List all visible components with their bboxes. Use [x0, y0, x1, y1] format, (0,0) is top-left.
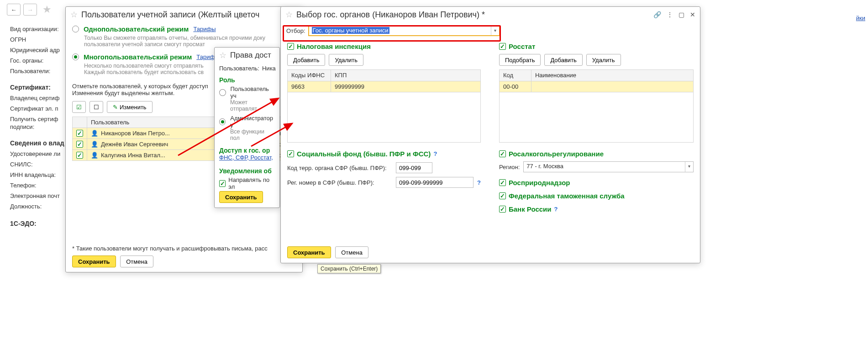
label: Должность: [10, 203, 64, 210]
radio-role-user[interactable] [219, 89, 226, 96]
star-icon[interactable]: ☆ [70, 10, 78, 20]
row-checkbox[interactable] [76, 130, 83, 137]
add-button[interactable]: Добавить [544, 54, 582, 66]
region-dropdown[interactable]: 77 - г. Москва ▾ [523, 161, 694, 172]
label: Владелец сертиф [10, 95, 64, 101]
maximize-icon[interactable]: ▢ [679, 11, 684, 18]
help-icon[interactable]: ? [433, 150, 437, 157]
chevron-down-icon[interactable]: ▾ [491, 26, 499, 35]
row-checkbox[interactable] [76, 141, 83, 148]
filter-label: Отбор: [286, 27, 305, 34]
close-icon[interactable]: ✕ [690, 11, 695, 18]
role-head: Роль [219, 76, 275, 84]
label: Пользователи: [10, 68, 64, 75]
section-cert: Сертификат: [10, 84, 64, 91]
label: Гос. органы: [10, 57, 64, 64]
pick-button[interactable]: Подобрать [499, 54, 541, 66]
check-all-button[interactable]: ☑ [72, 101, 86, 113]
radio-multi[interactable] [72, 53, 79, 60]
label: Удостоверение ли [10, 150, 64, 157]
window-title: Пользователи учетной записи (Желтый цвет… [81, 10, 259, 20]
help-icon[interactable]: ? [554, 206, 558, 213]
save-tooltip: Сохранить (Ctrl+Enter) [317, 264, 381, 273]
settings-link-clipped[interactable]: йки [856, 15, 865, 21]
notif-checkbox[interactable] [219, 180, 226, 187]
fns-head: Налоговая инспекция [297, 43, 371, 50]
sfr-code-input[interactable] [396, 162, 432, 173]
rpn-checkbox[interactable] [499, 179, 506, 186]
star-icon[interactable]: ☆ [285, 10, 293, 20]
label: СНИЛС: [10, 161, 64, 168]
label: Вид организации: [10, 26, 64, 32]
cb-checkbox[interactable] [499, 206, 506, 213]
delete-button[interactable]: Удалить [586, 54, 621, 66]
cancel-button[interactable]: Отмена [335, 246, 368, 258]
window-title: Выбор гос. органов (Никаноров Иван Петро… [296, 10, 485, 20]
fns-table: Коды ИФНСКПП 9663999999999 [287, 69, 481, 143]
menu-icon[interactable]: ⋮ [667, 11, 673, 18]
radio-single[interactable] [72, 26, 79, 32]
mode-multi: Многопользовательский режим [84, 53, 192, 61]
section-edo: 1С-ЭДО: [10, 220, 64, 227]
fns-checkbox[interactable] [287, 43, 294, 50]
rar-head: Росалкогольрегулирование [509, 150, 604, 158]
favorite-icon[interactable]: ★ [42, 4, 52, 16]
footnote: * Такие пользователи могут получать и ра… [72, 245, 296, 252]
fts-checkbox[interactable] [499, 192, 506, 199]
cancel-button[interactable]: Отмена [120, 256, 153, 267]
user-value: Ника [262, 65, 276, 72]
uncheck-all-button[interactable]: ☐ [89, 101, 103, 113]
nav-fwd-button[interactable]: → [23, 4, 37, 16]
access-head: Доступ к гос. ор [219, 147, 275, 154]
save-button[interactable]: Сохранить [219, 191, 263, 203]
rosstat-checkbox[interactable] [499, 43, 506, 50]
nav-back-button[interactable]: ← [7, 4, 21, 16]
window-title: Права дост [230, 51, 271, 60]
delete-button[interactable]: Удалить [329, 54, 363, 66]
user-icon: 👤 [91, 141, 98, 148]
label: Сертификат эл. п [10, 105, 64, 112]
link-icon[interactable]: 🔗 [653, 11, 661, 18]
row-checkbox[interactable] [76, 152, 83, 159]
label: Получить сертиф [10, 116, 64, 123]
tariffs-link[interactable]: Тарифы [193, 26, 216, 32]
edit-button[interactable]: ✎Изменить [107, 101, 153, 113]
window-rights: ☆ Права дост Пользователь: Ника Роль Пол… [214, 47, 280, 208]
add-button[interactable]: Добавить [287, 54, 325, 66]
help-icon[interactable]: ? [477, 179, 481, 186]
table-row[interactable]: 9663999999999 [288, 81, 481, 92]
user-icon: 👤 [91, 130, 98, 137]
label: ИНН владельца: [10, 171, 64, 178]
label: Юридический адр [10, 47, 64, 53]
sfr-checkbox[interactable] [287, 150, 294, 157]
sub: Только Вы сможете отправлять отчеты, обм… [84, 35, 296, 41]
radio-role-admin[interactable] [219, 118, 226, 125]
left-sidebar: Вид организации: ОГРН Юридический адр Го… [10, 26, 64, 227]
rosstat-head: Росстат [509, 43, 535, 50]
filter-dropdown[interactable]: Гос. органы учетной записи ▾ [308, 25, 500, 36]
table-row[interactable]: 00-00 [499, 81, 693, 92]
access-link[interactable]: ФНС, СФР, Росстат, [219, 154, 273, 161]
chevron-down-icon[interactable]: ▾ [685, 162, 693, 172]
save-button[interactable]: Сохранить [72, 256, 116, 267]
window-gov-select: ☆ Выбор гос. органов (Никаноров Иван Пет… [280, 6, 700, 263]
sub: пользователи учетной записи смогут просм… [84, 41, 296, 48]
section-owner: Сведения о влад [10, 139, 64, 147]
label: подписи: [10, 123, 64, 130]
label: Телефон: [10, 182, 64, 189]
sfr-reg-input[interactable] [396, 177, 473, 188]
rosstat-table: КодНаименование 00-00 [499, 69, 694, 143]
rar-checkbox[interactable] [499, 150, 506, 157]
label: Электронная почт [10, 192, 64, 199]
user-label: Пользователь: [219, 65, 259, 72]
star-icon[interactable]: ☆ [219, 50, 226, 60]
mode-single: Однопользовательский режим [84, 25, 189, 33]
sfr-head: Социальный фонд (бывш. ПФР и ФСС) [297, 150, 431, 158]
notif-head: Уведомления об [219, 167, 275, 175]
save-button[interactable]: Сохранить [287, 246, 331, 258]
user-icon: 👤 [91, 152, 98, 159]
label: ОГРН [10, 36, 64, 43]
